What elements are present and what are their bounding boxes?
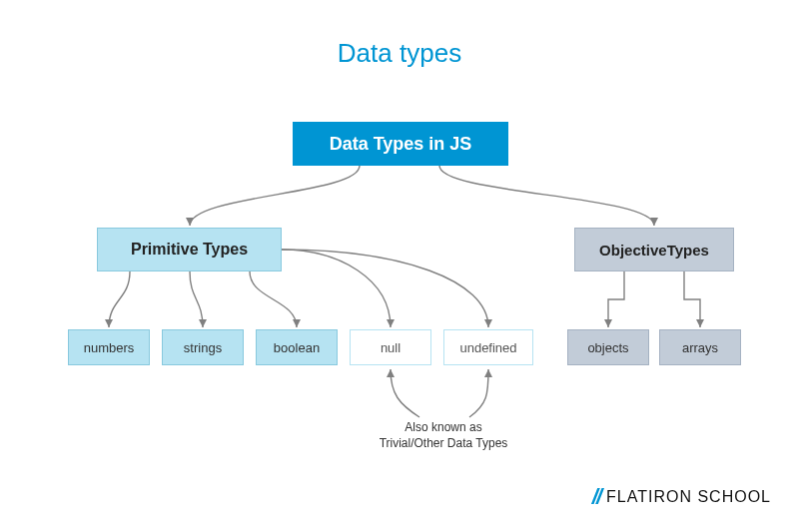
node-arrays: arrays — [659, 329, 741, 365]
note-line-1: Also known as — [344, 419, 543, 435]
node-strings: strings — [162, 329, 244, 365]
node-boolean: boolean — [256, 329, 338, 365]
brand-slashes-icon: // — [592, 484, 600, 510]
node-objective-types: ObjectiveTypes — [574, 228, 734, 271]
node-objects: objects — [567, 329, 649, 365]
note-line-2: Trivial/Other Data Types — [344, 435, 543, 451]
brand-logo: // FLATIRON SCHOOL — [592, 484, 771, 510]
page-title: Data types — [0, 0, 799, 69]
node-primitive-types: Primitive Types — [97, 228, 282, 271]
brand-name: FLATIRON SCHOOL — [606, 488, 771, 506]
node-root: Data Types in JS — [293, 122, 508, 166]
node-null: null — [350, 329, 431, 365]
trivial-note: Also known as Trivial/Other Data Types — [344, 419, 543, 451]
node-undefined: undefined — [443, 329, 533, 365]
node-numbers: numbers — [68, 329, 150, 365]
